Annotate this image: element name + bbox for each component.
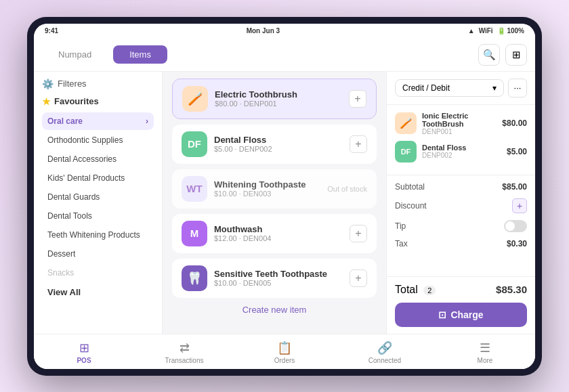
tablet-device: 9:41 Mon Jun 3 ▲ WiFi 🔋 100% Numpad Item…: [27, 17, 542, 376]
payment-method-dropdown[interactable]: Credit / Debit ▾: [395, 79, 504, 97]
category-label: Snacks: [47, 268, 74, 278]
product-card-electric-toothbrush[interactable]: 🪥 Electric Toothbrush $80.00 · DENP001 +: [172, 79, 377, 119]
nav-pos-label: POS: [77, 357, 91, 364]
category-label: Kids' Dental Products: [47, 173, 125, 183]
bottom-nav: ⊞ POS ⇄ Transactions 📋 Orders 🔗 Connecte…: [34, 334, 535, 369]
product-name: Sensitive Teeth Toothpaste: [214, 269, 343, 279]
order-item-info: Ionic Electric ToothBrush DENP001: [422, 112, 497, 135]
order-item-name: Dental Floss: [422, 144, 501, 152]
product-icon-whitening: WT: [182, 176, 207, 202]
sidebar-item-snacks[interactable]: Snacks: [42, 264, 154, 282]
sidebar-item-teeth-whitening[interactable]: Teeth Whitening Products: [42, 226, 154, 244]
nav-connected-label: Connected: [368, 357, 401, 364]
nav-transactions-label: Transactions: [165, 357, 204, 364]
transactions-icon: ⇄: [180, 341, 190, 355]
chevron-down-icon: ▾: [492, 83, 497, 93]
nav-pos[interactable]: ⊞ POS: [64, 341, 104, 364]
status-time: 9:41: [45, 27, 58, 35]
nav-connected[interactable]: 🔗 Connected: [364, 341, 405, 364]
filter-label: Filteres: [58, 79, 87, 89]
product-card-sensitive-toothpaste[interactable]: 🦷 Sensitive Teeth Toothpaste $10.00 · DE…: [172, 259, 377, 298]
total-count-badge: 2: [423, 286, 436, 295]
product-card-mouthwash[interactable]: M Mouthwash $12.00 · DEN004 +: [172, 214, 377, 253]
order-item-name: Ionic Electric ToothBrush: [422, 112, 497, 128]
sidebar-item-dental-tools[interactable]: Dental Tools: [42, 207, 154, 225]
add-product-button[interactable]: +: [350, 269, 367, 287]
product-card-whitening-toothpaste[interactable]: WT Whitening Toothpaste $10.00 · DEN003 …: [172, 169, 377, 209]
category-label: Dessert: [47, 249, 75, 259]
numpad-tab[interactable]: Numpad: [42, 45, 108, 64]
category-label: Oral care: [47, 116, 83, 126]
tax-value: $0.30: [507, 239, 527, 248]
add-discount-button[interactable]: +: [512, 198, 527, 213]
right-panel: Credit / Debit ▾ ··· 🪥 Ionic Electric To…: [386, 72, 535, 334]
nav-more-label: More: [478, 357, 493, 364]
order-item-price: $5.00: [507, 147, 527, 156]
main-content: ⚙️ Filteres ★ Favourites Oral care › Ort…: [34, 72, 535, 334]
order-items-list: 🪥 Ionic Electric ToothBrush DENP001 $80.…: [387, 105, 535, 175]
favourites-section: ★ Favourites: [42, 96, 154, 107]
category-label: Dental Guards: [47, 192, 100, 202]
filter-button[interactable]: ⚙️ Filteres: [42, 79, 154, 89]
filter-icon: ⚙️: [42, 79, 54, 89]
add-product-button[interactable]: +: [349, 90, 366, 108]
add-product-button[interactable]: +: [350, 135, 367, 153]
product-info: Electric Toothbrush $80.00 · DENP001: [215, 89, 342, 108]
category-label: Dental Tools: [47, 211, 92, 221]
items-tab[interactable]: Items: [113, 45, 167, 64]
total-bar: Total 2 $85.30: [387, 276, 535, 303]
product-icon-mouthwash: M: [182, 221, 207, 246]
product-card-dental-floss[interactable]: DF Dental Floss $5.00 · DENP002 +: [172, 125, 377, 164]
product-icon-dental-floss: DF: [182, 131, 207, 157]
tip-toggle[interactable]: [504, 220, 527, 232]
sidebar-item-orthodontic[interactable]: Orthodontic Supplies: [42, 131, 154, 149]
view-all-button[interactable]: View All: [42, 283, 154, 301]
summary-section: Subtotal $85.00 Discount + Tip Tax $0.30: [387, 175, 535, 276]
nav-transactions[interactable]: ⇄ Transactions: [164, 341, 205, 364]
nav-orders[interactable]: 📋 Orders: [264, 341, 305, 364]
product-icon-toothbrush: 🪥: [182, 86, 208, 112]
sidebar-item-dessert[interactable]: Dessert: [42, 245, 154, 263]
charge-button[interactable]: ⊡ Charge: [395, 303, 527, 327]
search-icon: 🔍: [483, 49, 496, 61]
sidebar-item-kids-dental[interactable]: Kids' Dental Products: [42, 169, 154, 187]
battery-icon: 🔋 100%: [497, 27, 524, 35]
orders-icon: 📋: [277, 341, 292, 355]
product-info: Whitening Toothpaste $10.00 · DEN003: [214, 179, 320, 198]
subtotal-label: Subtotal: [395, 182, 425, 192]
more-options-button[interactable]: ···: [508, 79, 527, 97]
charge-icon: ⊡: [438, 309, 446, 320]
product-name: Dental Floss: [214, 135, 343, 145]
view-all-label: View All: [47, 287, 81, 297]
product-name: Mouthwash: [214, 224, 343, 234]
nav-more[interactable]: ☰ More: [465, 341, 505, 364]
layout-button[interactable]: ⊞: [505, 44, 527, 66]
total-amount: $85.30: [496, 284, 527, 295]
tip-label: Tip: [395, 221, 406, 231]
order-item-info: Dental Floss DENP002: [422, 144, 501, 159]
tip-row: Tip: [395, 220, 527, 232]
product-icon-sensitive: 🦷: [182, 265, 207, 291]
product-meta: $10.00 · DEN005: [214, 279, 343, 287]
pos-icon: ⊞: [79, 341, 89, 355]
payment-method-label: Credit / Debit: [402, 83, 450, 93]
out-of-stock-label: Out of stock: [327, 185, 367, 193]
status-bar: 9:41 Mon Jun 3 ▲ WiFi 🔋 100%: [34, 24, 535, 39]
favourites-label: Favourites: [54, 96, 99, 106]
more-nav-icon: ☰: [480, 341, 490, 355]
create-new-item-button[interactable]: Create new item: [172, 305, 377, 315]
sidebar-item-oral-care[interactable]: Oral care ›: [42, 112, 154, 130]
sidebar-nav: ⚙️ Filteres ★ Favourites Oral care › Ort…: [34, 72, 163, 334]
signal-icon: ▲: [468, 27, 475, 35]
search-button[interactable]: 🔍: [478, 44, 500, 66]
more-icon: ···: [514, 83, 522, 93]
product-info: Dental Floss $5.00 · DENP002: [214, 135, 343, 153]
top-bar: Numpad Items 🔍 ⊞: [34, 39, 535, 72]
order-item-icon: 🪥: [395, 112, 417, 134]
sidebar-item-dental-guards[interactable]: Dental Guards: [42, 188, 154, 206]
sidebar-item-dental-accessories[interactable]: Dental Accessories: [42, 150, 154, 168]
add-product-button[interactable]: +: [350, 225, 367, 242]
layout-icon: ⊞: [512, 49, 521, 61]
order-item: 🪥 Ionic Electric ToothBrush DENP001 $80.…: [395, 112, 527, 135]
products-panel: 🪥 Electric Toothbrush $80.00 · DENP001 +…: [163, 72, 386, 334]
